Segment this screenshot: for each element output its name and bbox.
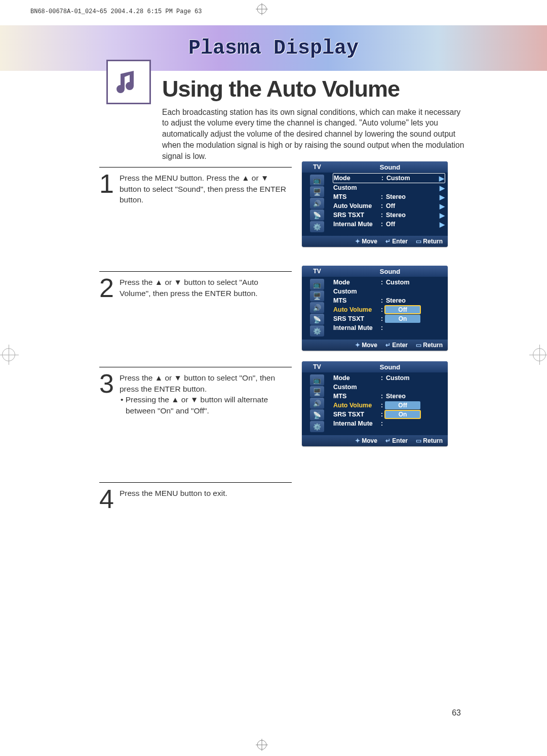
banner-title: Plasma Display — [188, 37, 359, 60]
step-1: 1 Press the MENU button. Press the ▲ or … — [99, 171, 464, 205]
osd-screenshot-2: TVSound 📺🖥️🔊📡⚙️ Mode:Custom Custom MTS:S… — [302, 266, 448, 351]
rule — [99, 167, 292, 167]
crop-mark-left — [2, 348, 15, 361]
step-number: 4 — [99, 486, 120, 512]
step-4: 4 Press the MENU button to exit. — [99, 486, 464, 512]
intro-text: Each broadcasting station has its own si… — [162, 107, 466, 162]
rule — [99, 482, 292, 483]
rule — [99, 367, 292, 367]
step-bullet: • Pressing the ▲ or ▼ button will altern… — [126, 394, 287, 416]
step-text: Press the MENU button. Press the ▲ or ▼ … — [120, 171, 287, 205]
page-number: 63 — [452, 708, 461, 718]
step-text: Press the ▲ or ▼ button to select "Auto … — [120, 275, 287, 301]
osd-menu-items: Mode:Custom▶ Custom▶ MTS:Stereo▶ Auto Vo… — [332, 173, 448, 236]
osd-tv-label: TV — [302, 163, 332, 171]
osd-title: Sound — [332, 163, 448, 171]
page-title: Using the Auto Volume — [162, 76, 400, 102]
print-header: BN68-00678A-01_024~65 2004.4.28 6:15 PM … — [30, 8, 202, 15]
osd-move-hint: Move — [355, 238, 377, 245]
step-text: Press the MENU button to exit. — [120, 486, 287, 512]
step-2: 2 Press the ▲ or ▼ button to select "Aut… — [99, 275, 464, 301]
osd-return-hint: Return — [416, 238, 443, 245]
banner: Plasma Display — [0, 25, 547, 71]
step-3: 3 Press the ▲ or ▼ button to select "On"… — [99, 370, 464, 416]
osd-screenshot-1: TVSound 📺🖥️🔊📡⚙️ Mode:Custom▶ Custom▶ MTS… — [302, 161, 448, 247]
osd-screenshot-3: TVSound 📺🖥️🔊📡⚙️ Mode:Custom Custom MTS:S… — [302, 361, 448, 446]
rule — [99, 271, 292, 272]
music-note-icon — [106, 60, 151, 104]
step-number: 1 — [99, 171, 120, 205]
crop-mark-bottom — [256, 739, 268, 753]
step-text: Press the ▲ or ▼ button to select "On", … — [120, 370, 287, 416]
crop-mark-right — [533, 348, 546, 361]
osd-enter-hint: Enter — [385, 238, 408, 245]
osd-sidebar-icons: 📺🖥️🔊📡⚙️ — [302, 173, 332, 236]
step-number: 3 — [99, 370, 120, 416]
crop-mark-top — [256, 3, 268, 17]
step-number: 2 — [99, 275, 120, 301]
